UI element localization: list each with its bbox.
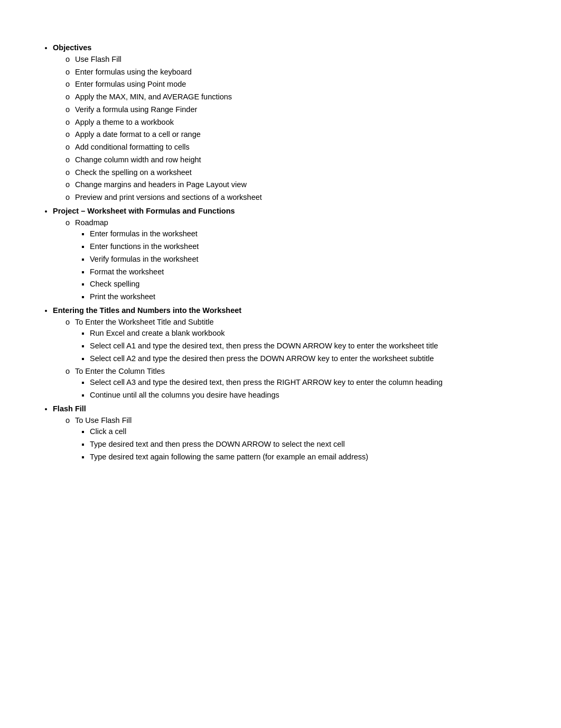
list-item-label: Roadmap bbox=[75, 218, 108, 227]
list-item: Check spelling bbox=[90, 279, 524, 290]
list-item: Apply the MAX, MIN, and AVERAGE function… bbox=[66, 91, 524, 103]
list-item: Select cell A3 and type the desired text… bbox=[90, 377, 524, 389]
list-item: Use Flash Fill bbox=[66, 54, 524, 66]
list-item: Type desired text again following the sa… bbox=[90, 451, 524, 463]
list-item: Enter formulas using Point mode bbox=[66, 79, 524, 90]
section-label: Entering the Titles and Numbers into the… bbox=[53, 306, 241, 315]
list-item: To Use Flash FillClick a cellType desire… bbox=[66, 415, 524, 463]
section-label: Objectives bbox=[53, 43, 91, 52]
list-item: Print the worksheet bbox=[90, 291, 524, 303]
list-item: Change margins and headers in Page Layou… bbox=[66, 179, 524, 191]
section-item: Project – Worksheet with Formulas and Fu… bbox=[53, 206, 524, 303]
list-item-label: Use Flash Fill bbox=[75, 55, 121, 63]
list-item: Enter formulas in the worksheet bbox=[90, 228, 524, 240]
list-item: Verify formulas in the worksheet bbox=[90, 254, 524, 265]
list-item-label: To Enter the Worksheet Title and Subtitl… bbox=[75, 318, 214, 326]
list-item-label: Change column width and row height bbox=[75, 155, 201, 164]
list-item: Format the worksheet bbox=[90, 266, 524, 278]
list-item-label: Apply the MAX, MIN, and AVERAGE function… bbox=[75, 93, 232, 101]
list-item: Continue until all the columns you desir… bbox=[90, 390, 524, 401]
list-item-label: Verify a formula using Range Finder bbox=[75, 105, 197, 114]
section-item: Entering the Titles and Numbers into the… bbox=[53, 305, 524, 401]
list-item-label: Apply a date format to a cell or range bbox=[75, 130, 201, 139]
list-item: Enter functions in the worksheet bbox=[90, 241, 524, 253]
list-item: Click a cell bbox=[90, 426, 524, 438]
list-item: RoadmapEnter formulas in the worksheetEn… bbox=[66, 217, 524, 303]
list-item: Apply a theme to a workbook bbox=[66, 117, 524, 128]
list-item: Add conditional formatting to cells bbox=[66, 142, 524, 153]
section-item: Flash FillTo Use Flash FillClick a cellT… bbox=[53, 403, 524, 463]
list-item: Preview and print versions and sections … bbox=[66, 192, 524, 204]
list-item-label: Check the spelling on a worksheet bbox=[75, 168, 192, 177]
list-item: Select cell A1 and type the desired text… bbox=[90, 340, 524, 352]
list-item: Change column width and row height bbox=[66, 154, 524, 166]
list-item-label: Change margins and headers in Page Layou… bbox=[75, 180, 247, 189]
list-item: Select cell A2 and type the desired then… bbox=[90, 353, 524, 365]
list-item: Type desired text and then press the DOW… bbox=[90, 439, 524, 450]
section-label: Flash Fill bbox=[53, 404, 86, 413]
content-area: ObjectivesUse Flash FillEnter formulas u… bbox=[37, 42, 524, 463]
list-item: Run Excel and create a blank workbook bbox=[90, 328, 524, 339]
list-item-label: Apply a theme to a workbook bbox=[75, 118, 174, 126]
list-item: To Enter the Column TitlesSelect cell A3… bbox=[66, 366, 524, 401]
list-item-label: Enter formulas using Point mode bbox=[75, 80, 186, 88]
list-item-label: To Enter the Column Titles bbox=[75, 367, 165, 375]
list-item-label: Enter formulas using the keyboard bbox=[75, 68, 192, 76]
section-item: ObjectivesUse Flash FillEnter formulas u… bbox=[53, 42, 524, 204]
list-item: Enter formulas using the keyboard bbox=[66, 67, 524, 78]
list-item: Check the spelling on a worksheet bbox=[66, 167, 524, 179]
list-item: To Enter the Worksheet Title and Subtitl… bbox=[66, 317, 524, 365]
section-label: Project – Worksheet with Formulas and Fu… bbox=[53, 207, 235, 215]
list-item: Apply a date format to a cell or range bbox=[66, 129, 524, 141]
list-item: Verify a formula using Range Finder bbox=[66, 104, 524, 116]
list-item-label: To Use Flash Fill bbox=[75, 416, 132, 425]
list-item-label: Add conditional formatting to cells bbox=[75, 143, 190, 151]
list-item-label: Preview and print versions and sections … bbox=[75, 193, 262, 201]
